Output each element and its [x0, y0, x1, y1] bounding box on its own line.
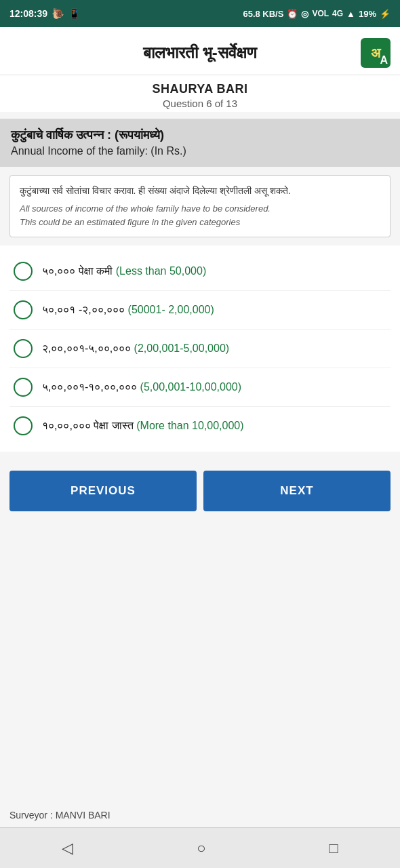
option-label-1: ५०,००० पेक्षा कमी (Less than 50,000) — [42, 265, 206, 277]
recent-nav-button[interactable]: □ — [309, 833, 359, 864]
info-text-marathi: कुटुंबाच्या सर्व सोतांचा विचार करावा. ही… — [20, 184, 380, 198]
option-marathi-4: ५,००,००१-१०,००,००० — [42, 381, 140, 393]
time-display: 12:08:39 — [9, 8, 47, 19]
user-info-section: SHAURYA BARI Question 6 of 13 — [0, 75, 400, 112]
option-item-5[interactable]: १०,००,००० पेक्षा जास्त (More than 10,00,… — [9, 407, 391, 445]
option-item-4[interactable]: ५,००,००१-१०,००,००० (5,00,001-10,00,000) — [9, 368, 391, 407]
app-header: बालभारती भू-सर्वेक्षण अ A — [0, 27, 400, 75]
back-nav-button[interactable]: ◁ — [41, 833, 94, 864]
status-right-icons: 65.8 KB/S ⏰ ◎ VOL 4G ▲ 19% ⚡ — [243, 9, 391, 19]
option-marathi-2: ५०,००१ -२,००,००० — [42, 304, 128, 315]
info-box: कुटुंबाच्या सर्व सोतांचा विचार करावा. ही… — [9, 175, 391, 237]
option-label-4: ५,००,००१-१०,००,००० (5,00,001-10,00,000) — [42, 381, 241, 393]
vol-icon: VOL — [312, 9, 329, 18]
signal-icon: ▲ — [346, 9, 355, 19]
marathi-letter: अ — [371, 45, 380, 61]
radio-circle-1 — [14, 262, 33, 281]
options-container: ५०,००० पेक्षा कमी (Less than 50,000)५०,०… — [0, 245, 400, 452]
surveyor-label: Surveyor : MANVI BARI — [9, 810, 111, 821]
battery-display: 19% — [359, 9, 376, 19]
radio-circle-3 — [14, 339, 33, 358]
phone-icon: 📱 — [68, 8, 80, 19]
info-text-english-2: This could be an estimated figure in the… — [20, 216, 380, 229]
question-progress: Question 6 of 13 — [9, 98, 391, 109]
option-label-3: २,००,००१-५,००,००० (2,00,001-5,00,000) — [42, 342, 229, 355]
navigation-bar: ◁ ○ □ — [0, 827, 400, 868]
question-header-section: कुटुंबाचे वार्षिक उत्पन्न : (रूपयांमध्ये… — [0, 119, 400, 167]
info-text-english-1: All sources of income of the whole famil… — [20, 202, 380, 216]
option-marathi-3: २,००,००१-५,००,००० — [42, 342, 134, 354]
speed-display: 65.8 KB/S — [243, 9, 283, 19]
surveyor-footer: Surveyor : MANVI BARI — [0, 797, 400, 827]
previous-button[interactable]: PREVIOUS — [9, 471, 197, 511]
app-title: बालभारती भू-सर्वेक्षण — [39, 43, 361, 62]
status-time: 12:08:39 🐌 📱 — [9, 7, 80, 20]
option-english-1: (Less than 50,000) — [116, 265, 206, 277]
english-letter: A — [380, 54, 388, 66]
button-row: PREVIOUS NEXT — [0, 462, 400, 519]
option-english-3: (2,00,001-5,00,000) — [134, 342, 230, 354]
radio-circle-4 — [14, 378, 33, 397]
option-item-3[interactable]: २,००,००१-५,००,००० (2,00,001-5,00,000) — [9, 330, 391, 368]
option-marathi-5: १०,००,००० पेक्षा जास्त — [42, 420, 136, 431]
option-label-5: १०,००,००० पेक्षा जास्त (More than 10,00,… — [42, 420, 244, 432]
network-icon: 4G — [332, 9, 343, 18]
option-english-2: (50001- 2,00,000) — [128, 304, 214, 315]
question-text-english: Annual Income of the family: (In Rs.) — [11, 145, 389, 157]
alarm-icon: ⏰ — [287, 9, 298, 19]
user-name: SHAURYA BARI — [9, 82, 391, 96]
next-button[interactable]: NEXT — [203, 471, 391, 511]
battery-icon: ⚡ — [380, 9, 391, 19]
home-nav-button[interactable]: ○ — [176, 833, 226, 864]
question-text-marathi: कुटुंबाचे वार्षिक उत्पन्न : (रूपयांमध्ये… — [11, 128, 389, 142]
radio-circle-5 — [14, 416, 33, 435]
hotspot-icon: ◎ — [301, 9, 308, 19]
language-toggle[interactable]: अ A — [361, 38, 391, 68]
status-bar: 12:08:39 🐌 📱 65.8 KB/S ⏰ ◎ VOL 4G ▲ 19% … — [0, 0, 400, 27]
radio-circle-2 — [14, 300, 33, 319]
option-label-2: ५०,००१ -२,००,००० (50001- 2,00,000) — [42, 304, 214, 316]
option-item-2[interactable]: ५०,००१ -२,००,००० (50001- 2,00,000) — [9, 291, 391, 330]
option-marathi-1: ५०,००० पेक्षा कमी — [42, 265, 116, 277]
option-item-1[interactable]: ५०,००० पेक्षा कमी (Less than 50,000) — [9, 252, 391, 291]
option-english-5: (More than 10,00,000) — [136, 420, 243, 431]
snail-icon: 🐌 — [52, 7, 64, 20]
option-english-4: (5,00,001-10,00,000) — [140, 381, 241, 393]
